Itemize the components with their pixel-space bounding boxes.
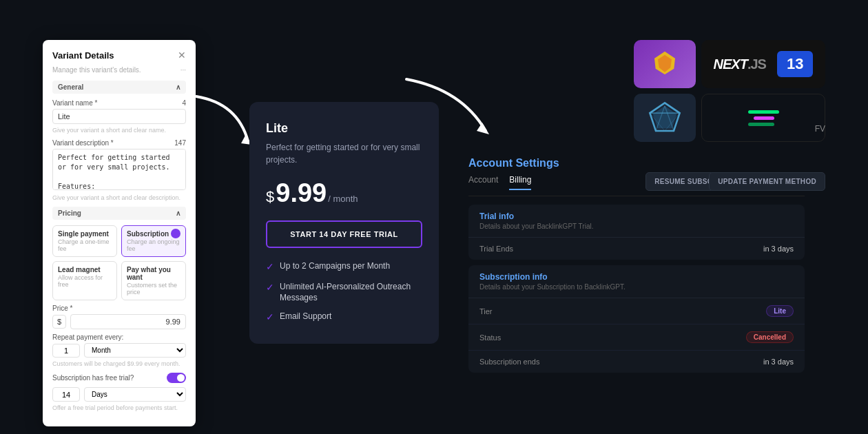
subscription-option[interactable]: Subscription Charge an ongoing fee <box>121 225 186 257</box>
variant-details-panel: Variant Details ✕ Manage this variant's … <box>43 40 196 426</box>
trial-button[interactable]: START 14 DAY FREE TRIAL <box>266 220 422 248</box>
trial-ends-value: in 3 days <box>763 245 794 253</box>
pricing-collapse-icon[interactable]: ∧ <box>176 209 180 217</box>
single-payment-option[interactable]: Single payment Charge a one-time fee <box>52 225 117 257</box>
pay-what-option[interactable]: Pay what you want Customers set the pric… <box>121 261 186 300</box>
variant-desc-input[interactable]: Perfect for getting started or for very … <box>52 149 186 190</box>
logo-nextjs-box: NEXT.JS 13 <box>701 40 825 88</box>
trial-toggle[interactable] <box>167 373 186 383</box>
variant-desc-hint: Give your variant a short and clear desc… <box>52 194 186 201</box>
price-input-row: $ <box>52 314 186 329</box>
feature-text-2: Unlimited AI-Personalized Outreach Messa… <box>280 281 422 304</box>
price-display: $ 9.99 / month <box>266 178 422 208</box>
feature-item-3: ✓ Email Support <box>266 311 422 324</box>
trial-ends-label: Trial Ends <box>479 245 513 253</box>
tier-badge: Lite <box>766 305 794 317</box>
pm-line-3 <box>748 123 774 126</box>
tab-account[interactable]: Account <box>468 175 498 190</box>
section-collapse-icon[interactable]: ∧ <box>176 83 180 91</box>
trial-info-card: Trial info Details about your BacklinkGP… <box>468 205 805 260</box>
subscription-info-title: Subscription info <box>479 272 794 282</box>
logo-pm-box <box>701 94 825 142</box>
trial-days-input[interactable] <box>52 387 80 402</box>
nextjs-version-badge: 13 <box>777 51 813 77</box>
sketch-logo-icon <box>647 100 683 136</box>
trial-info-title: Trial info <box>479 211 794 221</box>
trial-toggle-row: Subscription has free trial? <box>52 373 186 383</box>
logo-yellow-box <box>634 40 696 88</box>
trial-toggle-label: Subscription has free trial? <box>52 374 134 382</box>
repeat-value-input[interactable] <box>52 344 80 358</box>
feature-text-3: Email Support <box>280 311 331 322</box>
subscription-ends-value: in 3 days <box>763 358 794 366</box>
subscription-info-card: Subscription info Details about your Sub… <box>468 265 805 373</box>
price-amount: 9.99 <box>276 178 327 208</box>
feature-list: ✓ Up to 2 Campaigns per Month ✓ Unlimite… <box>266 260 422 324</box>
update-payment-button[interactable]: UPDATE PAYMENT METHOD <box>709 172 825 191</box>
arrow-2 <box>393 69 503 152</box>
fv-badge: FV <box>815 124 825 134</box>
feature-item-1: ✓ Up to 2 Campaigns per Month <box>266 260 422 274</box>
nextjs-text: NEXT.JS <box>714 56 766 72</box>
tab-billing[interactable]: Billing <box>509 175 531 190</box>
price-amount-input[interactable] <box>70 314 186 329</box>
logo-sketch-box <box>634 94 696 142</box>
subscription-info-sub: Details about your Subscription to Backl… <box>479 283 794 291</box>
yellow-logo-icon <box>648 47 682 81</box>
pm-lines <box>748 110 779 126</box>
trial-period-row: Days <box>52 387 186 402</box>
close-icon[interactable]: ✕ <box>178 50 186 61</box>
manage-dots: ··· <box>180 66 186 74</box>
repeat-label: Repeat payment every: <box>52 333 186 341</box>
subscription-ends-label: Subscription ends <box>479 358 539 366</box>
trial-hint: Offer a free trial period before payment… <box>52 404 186 411</box>
repeat-period-select[interactable]: Month <box>84 343 186 358</box>
status-row: Status Cancelled <box>468 324 805 351</box>
check-icon-1: ✓ <box>266 260 274 274</box>
account-settings-title: Account Settings <box>468 157 805 169</box>
panel-title: Variant Details <box>52 50 114 61</box>
check-icon-2: ✓ <box>266 281 274 295</box>
price-period: / month <box>328 194 358 204</box>
manage-label: Manage this variant's details. <box>52 66 141 74</box>
trial-info-sub: Details about your BacklinkGPT Trial. <box>479 223 794 230</box>
pm-line-pink <box>754 116 774 120</box>
lead-magnet-option[interactable]: Lead magnet Allow access for free <box>52 261 117 300</box>
pricing-options-row: Single payment Charge a one-time fee Sub… <box>52 225 186 257</box>
variant-desc-label-row: Variant description * 147 <box>52 139 186 147</box>
feature-text-1: Up to 2 Campaigns per Month <box>280 260 390 272</box>
charged-hint: Customers will be charged $9.99 every mo… <box>52 360 186 367</box>
price-currency-wrap[interactable]: $ <box>52 315 66 329</box>
check-icon-3: ✓ <box>266 311 274 324</box>
variant-name-input[interactable] <box>52 109 186 124</box>
trial-ends-row: Trial Ends in 3 days <box>468 238 805 260</box>
subscription-card-header: Subscription info Details about your Sub… <box>468 265 805 298</box>
active-indicator <box>171 229 180 238</box>
logos-grid: NEXT.JS 13 <box>634 40 825 142</box>
pricing-options-row2: Lead magnet Allow access for free Pay wh… <box>52 261 186 300</box>
tier-label: Tier <box>479 307 493 316</box>
svg-marker-1 <box>477 123 489 134</box>
feature-item-2: ✓ Unlimited AI-Personalized Outreach Mes… <box>266 281 422 304</box>
trial-card-header: Trial info Details about your BacklinkGP… <box>468 205 805 238</box>
status-label: Status <box>479 333 501 342</box>
trial-period-select[interactable]: Days <box>84 387 186 402</box>
variant-name-hint: Give your variant a short and clear name… <box>52 127 186 134</box>
currency-symbol: $ <box>57 318 61 326</box>
variant-name-label-row: Variant name * 4 <box>52 99 186 107</box>
pm-line-green <box>748 110 779 114</box>
price-dollar-sign: $ <box>266 188 274 206</box>
price-label: Price * <box>52 304 186 312</box>
general-section-header: General ∧ <box>52 81 186 94</box>
repeat-row: Month <box>52 343 186 358</box>
tier-row: Tier Lite <box>468 298 805 324</box>
pricing-section-header: Pricing ∧ <box>52 207 186 220</box>
status-badge: Cancelled <box>746 331 794 343</box>
subscription-ends-row: Subscription ends in 3 days <box>468 351 805 373</box>
